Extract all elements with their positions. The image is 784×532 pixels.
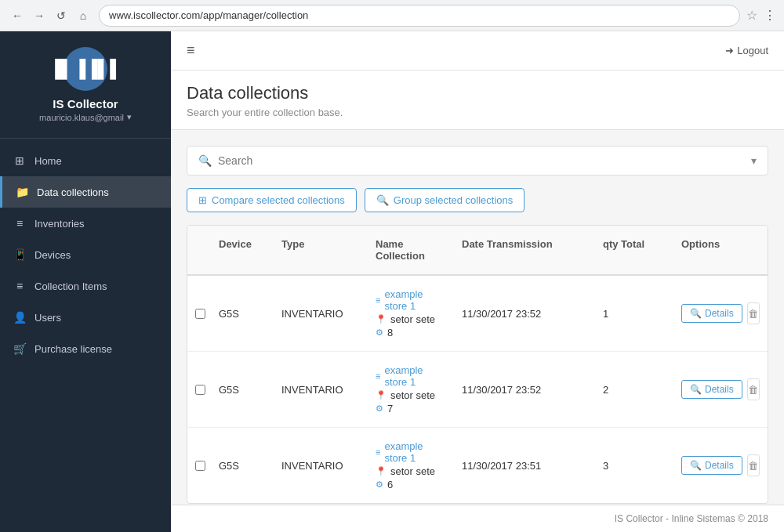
location-3: setor sete: [390, 465, 435, 477]
cell-options-2: 🔍 Details 🗑: [673, 374, 768, 405]
sidebar-item-collection-items[interactable]: ≡ Collection Items: [0, 270, 171, 302]
sidebar-item-devices[interactable]: 📱 Devices: [0, 239, 171, 270]
cell-type-3: INVENTARIO: [274, 455, 368, 476]
items-count-icon-2: ⚙: [376, 404, 383, 414]
collection-info-1: ≡ example store 1 📍 setor sete ⚙ 8: [376, 288, 446, 338]
cell-device-2: G5S: [211, 379, 274, 400]
compare-label: Compare selected collections: [212, 194, 345, 206]
details-icon-3: 🔍: [690, 460, 702, 471]
delete-button-3[interactable]: 🗑: [747, 454, 760, 476]
folder-icon: 📁: [15, 186, 29, 198]
sidebar-item-label: Devices: [34, 249, 71, 261]
main-content: ≡ ➜ Logout Data collections Search your …: [171, 31, 784, 532]
barcode-icon: ▐▌▐▐▌▌: [49, 60, 122, 78]
sidebar-item-purchase-license[interactable]: 🛒 Purchase license: [0, 333, 171, 364]
checkbox-3[interactable]: [195, 461, 205, 471]
sidebar: ▐▌▐▐▌▌ IS Collector mauricio.klaus@gmail…: [0, 31, 171, 532]
list-rows-icon-3: ≡: [376, 447, 380, 457]
users-icon: 👤: [13, 311, 27, 324]
row-checkbox-2[interactable]: [187, 380, 211, 400]
sidebar-nav: ⊞ Home 📁 Data collections ≡ Inventories …: [0, 139, 171, 532]
group-collections-button[interactable]: 🔍 Group selected collections: [365, 188, 524, 212]
sidebar-item-data-collections[interactable]: 📁 Data collections: [0, 176, 171, 208]
cell-options-1: 🔍 Details 🗑: [673, 298, 768, 329]
user-email[interactable]: mauricio.klaus@gmail ▾: [39, 112, 132, 122]
compare-collections-button[interactable]: ⊞ Compare selected collections: [187, 188, 357, 212]
delete-button-2[interactable]: 🗑: [747, 378, 760, 400]
store-name-1[interactable]: example store 1: [384, 288, 446, 312]
sidebar-item-inventories[interactable]: ≡ Inventories: [0, 208, 171, 239]
search-magnifier-icon: 🔍: [198, 154, 212, 167]
sidebar-header: ▐▌▐▐▌▌ IS Collector mauricio.klaus@gmail…: [0, 31, 171, 139]
group-label: Group selected collections: [394, 194, 513, 206]
topbar: ≡ ➜ Logout: [171, 31, 784, 71]
store-name-3[interactable]: example store 1: [384, 440, 446, 464]
items-icon: ≡: [13, 280, 27, 292]
back-button[interactable]: ←: [8, 6, 27, 25]
details-icon-1: 🔍: [690, 308, 702, 319]
sidebar-item-label: Home: [34, 155, 62, 167]
table-row: G5S INVENTARIO ≡ example store 1 📍 setor…: [187, 428, 768, 503]
data-table: Device Type Name Collection Date Transmi…: [187, 225, 768, 504]
app-container: ▐▌▐▐▌▌ IS Collector mauricio.klaus@gmail…: [0, 31, 784, 532]
cell-device-1: G5S: [211, 303, 274, 324]
sidebar-item-users[interactable]: 👤 Users: [0, 302, 171, 333]
home-button[interactable]: ⌂: [74, 6, 93, 25]
trash-icon-1: 🗑: [748, 308, 758, 320]
cell-type-2: INVENTARIO: [274, 379, 368, 400]
home-icon: ⊞: [13, 154, 27, 167]
cell-date-2: 11/30/2017 23:52: [454, 379, 595, 400]
store-name-2[interactable]: example store 1: [384, 364, 446, 388]
device-icon: 📱: [13, 248, 27, 261]
th-name-collection: Name Collection: [368, 233, 454, 266]
bookmark-button[interactable]: ☆: [746, 8, 757, 23]
items-count-icon-3: ⚙: [376, 480, 383, 490]
logout-arrow-icon: ➜: [725, 45, 734, 56]
list-icon: ≡: [13, 217, 27, 230]
details-button-3[interactable]: 🔍 Details: [681, 456, 742, 475]
items-count-icon-1: ⚙: [376, 328, 383, 338]
list-rows-icon-2: ≡: [376, 371, 380, 381]
expand-search-icon[interactable]: ▾: [751, 154, 757, 167]
location-2: setor sete: [390, 389, 435, 401]
content-area: 🔍 ▾ ⊞ Compare selected collections 🔍 Gro…: [171, 130, 784, 505]
search-input[interactable]: [218, 154, 751, 167]
hamburger-button[interactable]: ≡: [187, 42, 195, 59]
table-row: G5S INVENTARIO ≡ example store 1 📍 setor…: [187, 276, 768, 352]
trash-icon-3: 🗑: [748, 460, 758, 472]
page-header: Data collections Search your entire coll…: [171, 71, 784, 130]
sidebar-item-home[interactable]: ⊞ Home: [0, 145, 171, 176]
checkbox-1[interactable]: [195, 309, 205, 319]
th-type: Type: [274, 233, 368, 266]
sidebar-item-label: Purchase license: [34, 343, 112, 355]
location-1: setor sete: [390, 313, 435, 325]
th-options: Options: [673, 233, 768, 266]
browser-chrome: ← → ↺ ⌂ ☆ ⋮: [0, 0, 784, 31]
refresh-button[interactable]: ↺: [52, 6, 71, 25]
details-button-1[interactable]: 🔍 Details: [681, 304, 742, 323]
details-button-2[interactable]: 🔍 Details: [681, 380, 742, 399]
sidebar-item-label: Collection Items: [34, 280, 107, 292]
compare-icon: ⊞: [198, 194, 207, 206]
logout-button[interactable]: ➜ Logout: [725, 45, 768, 56]
cell-device-3: G5S: [211, 455, 274, 476]
forward-button[interactable]: →: [30, 6, 49, 25]
checkbox-2[interactable]: [195, 385, 205, 395]
address-bar[interactable]: [99, 5, 740, 27]
items-count-3: 6: [387, 479, 393, 490]
search-left: 🔍: [198, 154, 751, 167]
group-icon: 🔍: [376, 194, 389, 206]
location-icon-3: 📍: [376, 466, 387, 476]
row-checkbox-1[interactable]: [187, 304, 211, 324]
footer-text: IS Collector - Inline Sistemas © 2018: [615, 513, 768, 524]
action-buttons: ⊞ Compare selected collections 🔍 Group s…: [187, 188, 768, 212]
row-checkbox-3[interactable]: [187, 456, 211, 476]
cell-options-3: 🔍 Details 🗑: [673, 450, 768, 481]
delete-button-1[interactable]: 🗑: [747, 302, 760, 324]
table-row: G5S INVENTARIO ≡ example store 1 📍 setor…: [187, 352, 768, 428]
browser-menu-button[interactable]: ⋮: [764, 8, 776, 23]
cell-date-3: 11/30/2017 23:51: [454, 455, 595, 476]
cell-qty-1: 1: [595, 303, 673, 324]
app-logo: ▐▌▐▐▌▌: [64, 47, 107, 91]
search-container: 🔍 ▾: [187, 146, 768, 176]
